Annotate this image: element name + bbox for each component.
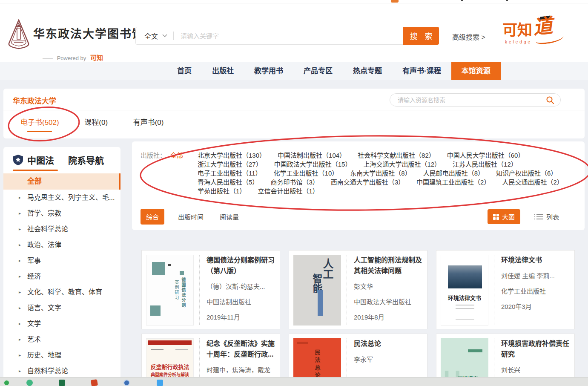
resource-tab[interactable]: 电子书(502) (20, 116, 59, 132)
expand-arrow-icon: ▸ (19, 221, 21, 237)
sidebar-category-item[interactable]: ▸历史、地理 (3, 347, 120, 363)
sidebar-category-item[interactable]: ▸艺术 (3, 331, 120, 347)
sort-option-出版时间[interactable]: 出版时间 (178, 209, 204, 225)
publisher-row: 青海人民出版社（5）商务印书馆（3）西南交通大学出版社（3）中国建筑工业出版社（… (198, 178, 576, 187)
sidebar-category-label: 文化、科学、教育、体育 (27, 288, 102, 296)
sidebar-category-label: 政治、法律 (27, 241, 61, 248)
publisher-filter-item[interactable]: 中国建筑工业出版社（2） (416, 178, 490, 187)
publisher-filter-item[interactable]: 立信会计出版社（1） (258, 187, 318, 196)
publisher-filter-item[interactable]: 人民交通出版社（2） (502, 178, 563, 187)
publisher-filter-all[interactable]: 全部 (170, 151, 183, 196)
sidebar-tab-clc[interactable]: 中图法 (27, 153, 54, 166)
expand-arrow-icon: ▸ (19, 331, 21, 347)
sidebar-category-item[interactable]: 全部 (3, 173, 120, 190)
nav-item-本馆资源[interactable]: 本馆资源 (451, 62, 501, 80)
sidebar-category-label: 社会科学总论 (27, 225, 68, 233)
publisher-filter-item[interactable]: 中国法制出版社（104） (278, 151, 346, 160)
publisher-filter-item[interactable]: 知识产权出版社（6） (496, 169, 557, 178)
nav-item-有声书·课程[interactable]: 有声书·课程 (392, 62, 451, 80)
sidebar-category-item[interactable]: ▸文学 (3, 316, 120, 331)
nav-item-出版社[interactable]: 出版社 (202, 62, 244, 80)
book-author: 彭文华 (354, 282, 423, 291)
resource-tab[interactable]: 课程(0) (84, 116, 109, 132)
nav-item-热点专题[interactable]: 热点专题 (343, 62, 392, 80)
book-cover: 德国债法分则案例研习 (146, 255, 194, 326)
sidebar-category-item[interactable]: ▸军事 (3, 253, 120, 268)
sidebar-tab-departments[interactable]: 院系导航 (68, 153, 104, 166)
book-publisher: 化学工业出版社 (501, 286, 570, 295)
taskbar-icon[interactable] (26, 380, 33, 386)
book-publisher: 中国政法大学出版社 (354, 297, 423, 306)
expand-arrow-icon: ▸ (19, 205, 21, 221)
view-mode-grid-button[interactable]: 大图 (488, 209, 520, 224)
search-button[interactable]: 搜 索 (403, 27, 439, 45)
view-mode-list-button[interactable]: 列表 (536, 212, 559, 221)
advanced-search-link[interactable]: 高级搜索 > (452, 32, 485, 42)
sidebar-category-item[interactable]: ▸经济 (3, 268, 120, 284)
nav-item-首页[interactable]: 首页 (167, 62, 202, 80)
publisher-filter-item[interactable]: 人民邮电出版社（8） (423, 169, 484, 178)
publisher-filter-item[interactable]: 中国政法大学出版社（15） (274, 160, 352, 169)
filter-panel: 出版社： 全部 北京大学出版社（130）中国法制出版社（104）社会科学文献出版… (132, 141, 585, 230)
book-info: 人工智能的刑法规制及其相关法律问题彭文华中国政法大学出版社2019年8月 (347, 255, 423, 325)
resource-search-input[interactable] (390, 97, 546, 104)
publisher-filter-item[interactable]: 东南大学出版社（8） (350, 169, 411, 178)
publisher-filter-item[interactable]: 西南交通大学出版社（3） (331, 178, 404, 187)
sidebar-category-item[interactable]: ▸马克思主义、列宁主义、毛... (3, 190, 120, 205)
taskbar-icon[interactable] (157, 380, 163, 386)
publisher-row: 学苑出版社（1）立信会计出版社（1） (198, 187, 576, 196)
sidebar-category-item[interactable]: ▸哲学、宗教 (3, 205, 120, 221)
expand-arrow-icon: ▸ (19, 284, 21, 300)
sidebar-category-label: 马克思主义、列宁主义、毛... (27, 194, 115, 201)
resource-tab-label: 课程(0) (84, 116, 109, 127)
publisher-filter-item[interactable]: 北京大学出版社（130） (198, 151, 266, 160)
global-search-input[interactable] (174, 32, 439, 40)
search-icon[interactable] (546, 96, 554, 104)
expand-arrow-icon: ▸ (19, 237, 21, 253)
sidebar-category-label: 历史、地理 (27, 351, 61, 359)
publisher-filter-item[interactable]: 中国人民大学出版社（60） (447, 151, 525, 160)
publisher-filter-item[interactable]: 社会科学文献出版社（82） (358, 151, 435, 160)
sidebar-category-label: 语言、文字 (27, 304, 61, 311)
sidebar-category-item[interactable]: ▸社会科学总论 (3, 221, 120, 237)
sidebar-category-item[interactable]: ▸文化、科学、教育、体育 (3, 284, 120, 300)
publisher-filter-item[interactable]: 电子工业出版社（11） (198, 169, 262, 178)
nav-item-产品专区[interactable]: 产品专区 (293, 62, 343, 80)
resource-tab[interactable]: 有声书(0) (133, 116, 164, 132)
sort-option-综合[interactable]: 综合 (141, 209, 164, 225)
org-tab[interactable]: 华东政法大学 (3, 89, 66, 110)
publisher-filter-item[interactable]: 浙江大学出版社（27） (198, 160, 262, 169)
taskbar-icon[interactable] (123, 380, 130, 386)
search-scope-dropdown[interactable]: 全文 (136, 31, 173, 41)
book-title: 人工智能的刑法规制及其相关法律问题 (354, 255, 423, 276)
keledge-logo[interactable]: 可知 道 keledge (502, 18, 566, 44)
expand-arrow-icon: ▸ (19, 253, 21, 268)
nav-item-教学用书[interactable]: 教学用书 (244, 62, 293, 80)
taskbar-icon[interactable] (91, 379, 98, 386)
sort-option-阅读量[interactable]: 阅读量 (220, 209, 239, 225)
sort-options: 综合出版时间阅读量 (141, 209, 255, 225)
resource-tabs: 电子书(502)课程(0)有声书(0) (3, 116, 585, 132)
book-card[interactable]: 环境法律文书环境法律文书刘佳嫒 主编 李莉...化学工业出版社2020年3月 (436, 250, 575, 329)
book-card[interactable]: 人工智能人工智能的刑法规制及其相关法律问题彭文华中国政法大学出版社2019年8月 (289, 250, 427, 329)
book-cover: 人工智能 (293, 255, 341, 326)
book-author: 刘佳嫒 主编 李莉... (501, 271, 570, 280)
book-card[interactable]: 德国债法分则案例研习德国债法分则案例研习（第八版）（德）汉斯·约瑟夫...中国法… (141, 250, 280, 329)
cover-text: 案例研习 (173, 280, 180, 300)
sidebar-category-item[interactable]: ▸政治、法律 (3, 237, 120, 253)
publisher-filter-item[interactable]: 青海人民出版社（5） (198, 178, 258, 187)
publisher-filter-item[interactable]: 化学工业出版社（10） (274, 169, 338, 178)
taskbar-icon[interactable] (3, 380, 10, 386)
publisher-filter-row: 出版社： 全部 北京大学出版社（130）中国法制出版社（104）社会科学文献出版… (141, 151, 576, 196)
publisher-filter-item[interactable]: 学苑出版社（1） (198, 187, 246, 196)
taskbar-icon[interactable] (59, 380, 65, 386)
publisher-filter-item[interactable]: 江苏人民出版社（12） (453, 160, 517, 169)
publisher-filter-item[interactable]: 上海交通大学出版社（12） (363, 160, 441, 169)
sidebar-category-item[interactable]: ▸语言、文字 (3, 300, 120, 316)
library-panel: 华东政法大学 电子书(502)课程(0)有声书(0) (3, 89, 585, 138)
publisher-filter-item[interactable]: 商务印书馆（3） (270, 178, 318, 187)
sidebar-category-item[interactable]: ▸自然科学总论 (3, 363, 120, 379)
book-grid: 德国债法分则案例研习德国债法分则案例研习（第八版）（德）汉斯·约瑟夫...中国法… (141, 250, 585, 386)
book-title: 纪念《反垄断法》实施十周年：反垄断行政... (207, 338, 275, 360)
book-date: 2019年11月 (207, 312, 275, 321)
